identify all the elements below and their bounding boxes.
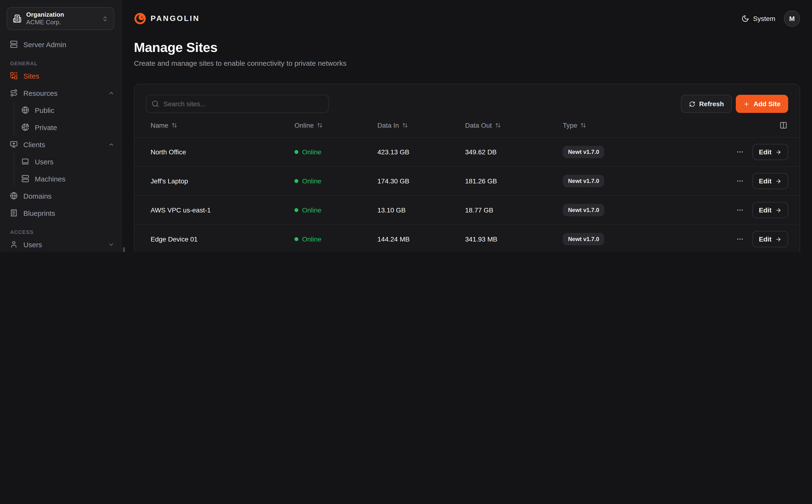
avatar[interactable]: M: [784, 10, 800, 27]
sidebar-item-machines[interactable]: Machines: [20, 170, 121, 187]
column-header-data-out[interactable]: Data Out: [465, 121, 563, 129]
chevrons-up-down-icon: [102, 15, 108, 22]
table-body: North Office Online 423.13 GB 349.62 DB …: [134, 138, 800, 252]
type-badge: Newt v1.7.0: [563, 146, 604, 158]
sidebar-item-users[interactable]: Users: [0, 236, 121, 252]
table-row: AWS VPC us-east-1 Online 13.10 GB 18.77 …: [134, 196, 800, 225]
column-header-name[interactable]: Name: [151, 121, 294, 129]
search-wrap: [146, 95, 329, 113]
topbar: PANGOLIN System M: [134, 10, 800, 27]
theme-toggle-button[interactable]: System: [742, 15, 775, 22]
site-data-out: 341.93 MB: [465, 235, 563, 243]
sidebar-nav: Server Admin GENERAL Sites Resources Pub…: [0, 33, 121, 252]
arrow-right-icon: [775, 178, 782, 184]
sidebar-item-label: Public: [35, 106, 54, 114]
refresh-button[interactable]: Refresh: [681, 95, 732, 113]
site-data-out: 181.26 GB: [465, 177, 563, 185]
add-site-button[interactable]: Add Site: [736, 95, 788, 113]
sidebar-item-clients[interactable]: Clients: [0, 136, 121, 153]
site-name: North Office: [151, 148, 294, 156]
table-header: Name Online Data In Data Out Type: [134, 113, 800, 138]
ellipsis-icon: [736, 206, 744, 214]
globe-icon: [10, 192, 18, 200]
search-input[interactable]: [146, 95, 329, 113]
row-menu-button[interactable]: [734, 204, 746, 216]
site-data-in: 423.13 GB: [377, 148, 465, 156]
sort-icon: [495, 122, 501, 128]
combine-icon: [10, 72, 18, 80]
refresh-label: Refresh: [699, 100, 724, 108]
chevron-up-icon: [108, 90, 114, 96]
moon-icon: [742, 15, 749, 22]
site-status: Online: [294, 206, 377, 214]
chevron-up-icon: [108, 141, 114, 147]
sidebar-item-domains[interactable]: Domains: [0, 187, 121, 204]
sidebar-item-label: Blueprints: [23, 209, 55, 217]
plus-icon: [743, 101, 750, 107]
row-menu-button[interactable]: [734, 233, 746, 245]
ellipsis-icon: [736, 177, 744, 185]
arrow-right-icon: [775, 149, 782, 155]
sort-icon: [317, 122, 323, 128]
org-selector[interactable]: Organization ACME Corp.: [7, 7, 114, 30]
edit-label: Edit: [759, 206, 771, 214]
sidebar-item-client-users[interactable]: Users: [20, 153, 121, 170]
clients-subgroup: Users Machines: [14, 153, 121, 187]
sidebar-item-sites[interactable]: Sites: [0, 67, 121, 84]
edit-button[interactable]: Edit: [752, 231, 788, 247]
sidebar-item-label: Clients: [23, 140, 45, 148]
sidebar-item-label: Machines: [35, 175, 65, 183]
sidebar-item-server-admin[interactable]: Server Admin: [0, 36, 121, 53]
type-badge: Newt v1.7.0: [563, 233, 604, 245]
online-dot-icon: [294, 179, 298, 183]
site-data-out: 18.77 GB: [465, 206, 563, 214]
main-content: PANGOLIN System M Manage Sites Create an…: [122, 0, 812, 252]
column-header-online[interactable]: Online: [294, 121, 377, 129]
sidebar-scrollbar-thumb[interactable]: [123, 247, 125, 252]
column-header-type[interactable]: Type: [563, 121, 679, 129]
site-data-out: 349.62 DB: [465, 148, 563, 156]
search-icon: [152, 100, 159, 108]
sidebar: Organization ACME Corp. Server Admin GEN…: [0, 0, 122, 252]
site-name: Edge Device 01: [151, 235, 294, 243]
refresh-icon: [689, 101, 695, 107]
edit-button[interactable]: Edit: [752, 202, 788, 218]
building-icon: [13, 14, 21, 23]
server-icon: [10, 40, 18, 48]
type-badge: Newt v1.7.0: [563, 204, 604, 216]
online-dot-icon: [294, 237, 298, 241]
column-header-data-in[interactable]: Data In: [377, 121, 465, 129]
sidebar-item-label: Resources: [23, 89, 57, 97]
table-row: North Office Online 423.13 GB 349.62 DB …: [134, 138, 800, 167]
chevron-down-icon: [108, 241, 114, 247]
globe-icon: [21, 106, 29, 114]
site-data-in: 13.10 GB: [377, 206, 465, 214]
edit-button[interactable]: Edit: [752, 173, 788, 189]
brand-name: PANGOLIN: [151, 14, 200, 23]
columns-toggle-button[interactable]: [779, 120, 788, 130]
status-text: Online: [302, 177, 321, 185]
receipt-icon: [10, 209, 18, 217]
theme-label: System: [753, 15, 775, 22]
status-text: Online: [302, 235, 321, 243]
sidebar-item-resources[interactable]: Resources: [0, 84, 121, 101]
table-row: Jeff's Laptop Online 174.30 GB 181.26 GB…: [134, 167, 800, 196]
resources-subgroup: Public Private: [14, 101, 121, 136]
edit-label: Edit: [759, 235, 771, 243]
status-text: Online: [302, 206, 321, 214]
row-menu-button[interactable]: [734, 175, 746, 187]
sidebar-item-private[interactable]: Private: [20, 119, 121, 136]
sidebar-item-label: Domains: [23, 192, 51, 200]
table-toolbar: Refresh Add Site: [134, 84, 800, 113]
sort-icon: [402, 122, 408, 128]
site-data-in: 174.30 GB: [377, 177, 465, 185]
edit-button[interactable]: Edit: [752, 144, 788, 160]
brand[interactable]: PANGOLIN: [134, 12, 200, 25]
globe-lock-icon: [21, 123, 29, 131]
row-menu-button[interactable]: [734, 146, 746, 158]
sort-icon: [581, 122, 586, 128]
sidebar-item-public[interactable]: Public: [20, 101, 121, 119]
sidebar-item-label: Server Admin: [23, 40, 66, 48]
sidebar-item-blueprints[interactable]: Blueprints: [0, 204, 121, 222]
org-name: ACME Corp.: [26, 19, 97, 26]
